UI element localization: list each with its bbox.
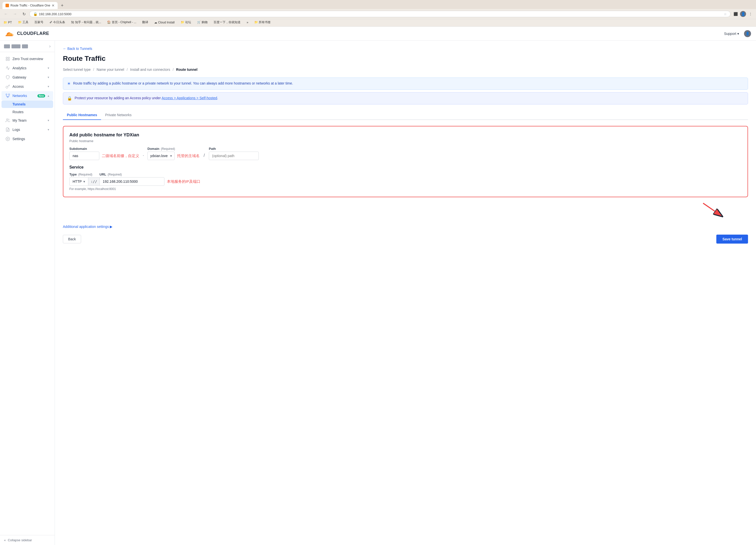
url-label: URL (Required) [100, 173, 200, 176]
save-tunnel-button[interactable]: Save tunnel [716, 235, 748, 244]
bookmarks-bar: 📁 PT 📁 工具 百家号 🗞 今日头条 知 知乎 - 有问题，就... 🏠 首… [0, 19, 756, 27]
sidebar-bottom: « Collapse sidebar [0, 535, 55, 545]
sidebar-item-settings[interactable]: Settings [1, 134, 53, 143]
url-hint: For example, https://localhost:8001 [69, 187, 742, 191]
tab-private-networks[interactable]: Private Networks [101, 111, 135, 120]
info-banner-access-policy: 🔒 Protect your resource by adding an Acc… [63, 92, 748, 105]
arrow-annotation [63, 201, 748, 221]
subdomain-group: Subdomain 二级域名前缀，自定义 [69, 147, 139, 160]
url-input[interactable]: one.dash.cloudflare.com/3355415ff140f230… [39, 12, 722, 16]
bookmark-all[interactable]: 📁 所有书签 [253, 20, 272, 25]
profile-icon[interactable]: 👤 [740, 11, 746, 17]
access-policy-link[interactable]: Access > Applications > Self-hosted [162, 96, 217, 100]
sidebar-item-networks[interactable]: Networks New ▴ [1, 91, 53, 100]
back-button[interactable]: Back [63, 235, 81, 243]
sidebar-item-settings-label: Settings [12, 137, 49, 141]
bookmark-cloudinstall[interactable]: ☁ Cloud Install [153, 20, 175, 25]
svg-line-16 [703, 203, 723, 217]
additional-settings-link[interactable]: Additional application settings ▶ [63, 225, 748, 229]
sidebar-item-zero-trust-label: Zero Trust overview [12, 57, 49, 61]
sidebar-item-logs-label: Logs [12, 128, 45, 132]
svg-rect-5 [8, 94, 10, 95]
new-tab-button[interactable]: + [59, 2, 66, 9]
sidebar-item-gateway[interactable]: Gateway ▾ [1, 73, 53, 82]
bookmark-more[interactable]: » [246, 20, 249, 25]
browser-chrome: Route Traffic - Cloudflare One ✕ + [0, 0, 756, 9]
path-label: Path [209, 147, 259, 151]
active-tab[interactable]: Route Traffic - Cloudflare One ✕ [2, 2, 58, 9]
sidebar-item-access[interactable]: Access ▾ [1, 82, 53, 91]
add-hostname-form-card: Add public hostname for YDXian Public ho… [63, 126, 748, 197]
sidebar-item-zero-trust[interactable]: Zero Trust overview [1, 54, 53, 63]
sidebar-item-my-team[interactable]: My Team ▾ [1, 116, 53, 125]
path-input[interactable] [209, 152, 259, 160]
sidebar-item-logs[interactable]: Logs ▾ [1, 125, 53, 134]
info-banner-2-text: Protect your resource by adding an Acces… [75, 96, 218, 100]
menu-icon[interactable]: ⋮ [748, 11, 754, 17]
url-annotation: 本地服务的IP及端口 [167, 179, 200, 184]
breadcrumb: Select tunnel type / Name your tunnel / … [63, 68, 748, 72]
bookmark-fanyi[interactable]: 翻译 [141, 20, 149, 25]
subdomain-input[interactable] [69, 152, 99, 160]
forward-nav-button[interactable]: → [11, 10, 18, 17]
collapse-sidebar-label: Collapse sidebar [8, 538, 32, 542]
svg-rect-3 [8, 59, 9, 61]
tab-title: Route Traffic - Cloudflare One [10, 4, 50, 7]
grid-icon [5, 57, 10, 61]
bookmark-jinri[interactable]: 🗞 今日头条 [48, 20, 66, 25]
domain-annotation: 托管的主域名 [177, 154, 200, 158]
tab-favicon [5, 4, 9, 7]
type-dropdown-icon: ▾ [83, 180, 85, 184]
breadcrumb-select-tunnel: Select tunnel type [63, 68, 91, 72]
sidebar-item-gateway-label: Gateway [12, 75, 45, 79]
sidebar-item-my-team-label: My Team [12, 118, 45, 122]
bookmark-luntan[interactable]: 📁 论坛 [180, 20, 192, 25]
bookmark-shop[interactable]: 🛒 购物 [196, 20, 209, 25]
svg-rect-0 [6, 57, 7, 58]
topbar-right: Support ▾ 👤 [724, 30, 751, 37]
bookmark-pt[interactable]: 📁 PT [2, 20, 13, 25]
address-bar[interactable]: 🔒 one.dash.cloudflare.com/3355415ff140f2… [29, 11, 731, 17]
sidebar-item-analytics[interactable]: Analytics ▾ [1, 64, 53, 73]
collapse-sidebar-button[interactable]: « Collapse sidebar [4, 538, 51, 542]
info-icon: ☀ [67, 81, 71, 86]
dot-separator: · [142, 153, 144, 158]
star-icon[interactable]: ☆ [724, 12, 727, 16]
hostname-tabs: Public Hostnames Private Networks [63, 111, 748, 120]
page-title: Route Traffic [63, 55, 748, 63]
breadcrumb-install-connectors: Install and run connectors [130, 68, 170, 72]
network-icon [5, 94, 10, 98]
breadcrumb-name-tunnel: Name your tunnel [97, 68, 124, 72]
domain-dropdown-icon: ▾ [170, 154, 172, 158]
bookmark-chiphell[interactable]: 🏠 首页 - Chiphell - ... [106, 20, 137, 25]
browser-action-icons: ⬛ 👤 ⋮ [733, 11, 754, 17]
chevron-down-icon: ▾ [48, 66, 49, 70]
bookmark-tools[interactable]: 📁 工具 [17, 20, 29, 25]
app-layout: › Zero Trust overview Analytics ▾ [0, 41, 756, 545]
chevron-down-icon: ▾ [48, 76, 49, 79]
extension-icon[interactable]: ⬛ [733, 11, 739, 17]
red-arrow-svg [698, 201, 728, 221]
sidebar-item-routes[interactable]: Routes [1, 108, 53, 116]
domain-select[interactable]: ydxian.love ▾ [147, 152, 175, 160]
back-nav-button[interactable]: ← [2, 10, 9, 17]
sidebar-item-networks-label: Networks [12, 94, 35, 98]
sidebar-item-tunnels[interactable]: Tunnels [1, 101, 53, 108]
reload-button[interactable]: ↻ [20, 10, 27, 17]
back-to-tunnels-link[interactable]: ← Back to Tunnels [63, 47, 748, 51]
bookmark-zhihu[interactable]: 知 知乎 - 有问题，就... [70, 20, 102, 25]
user-avatar-button[interactable]: 👤 [744, 30, 751, 37]
bookmark-baijia[interactable]: 百家号 [33, 20, 44, 25]
sidebar-account[interactable]: › [0, 41, 55, 52]
tab-public-hostnames[interactable]: Public Hostnames [63, 111, 101, 120]
tab-close-icon[interactable]: ✕ [52, 3, 55, 7]
svg-rect-2 [6, 59, 7, 61]
type-select-wrapper[interactable]: HTTP ▾ [69, 177, 88, 186]
support-button[interactable]: Support ▾ [724, 32, 739, 36]
url-input[interactable] [100, 177, 164, 186]
svg-rect-4 [6, 94, 7, 95]
gear-icon [5, 137, 10, 141]
domain-group: Domain (Required) ydxian.love ▾ 托管的主域名 [147, 147, 200, 160]
browser-controls: ← → ↻ 🔒 one.dash.cloudflare.com/3355415f… [0, 9, 756, 19]
bookmark-baidu[interactable]: 百度一下，你就知道 [213, 20, 242, 25]
